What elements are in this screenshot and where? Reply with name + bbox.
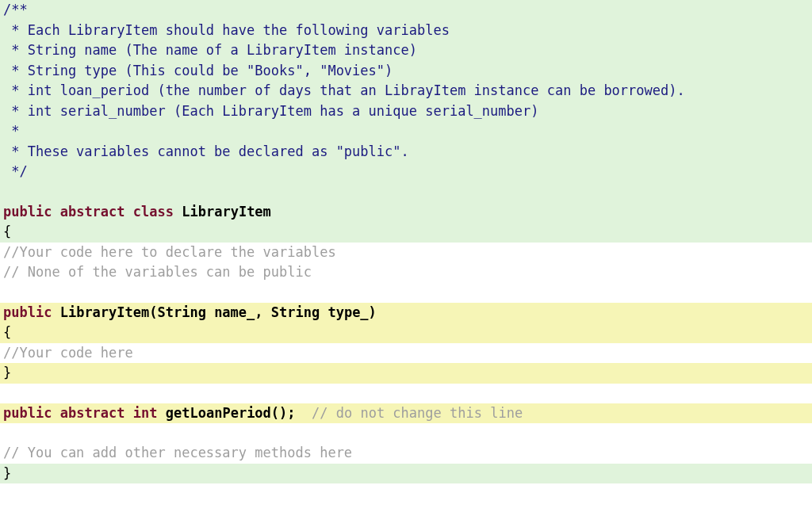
brace-text: }: [3, 365, 11, 380]
brace-close: }: [0, 363, 812, 384]
keyword-public: public: [3, 405, 52, 421]
keyword-abstract: abstract: [60, 405, 125, 421]
blank-line: [0, 423, 812, 443]
comment-line: //Your code here to declare the variable…: [0, 243, 812, 263]
comment-line: //Your code here: [0, 343, 812, 364]
javadoc-line: * Each LibraryItem should have the follo…: [0, 21, 812, 41]
keyword-class: class: [133, 204, 174, 220]
method-name: getLoanPeriod();: [166, 405, 312, 421]
javadoc-text: */: [3, 163, 28, 179]
javadoc-text: /**: [3, 2, 28, 17]
brace-open: {: [0, 323, 812, 343]
comment-line: // None of the variables can be public: [0, 262, 812, 283]
brace-close: }: [0, 464, 812, 484]
comment-text: // You can add other necessary methods h…: [3, 445, 352, 460]
javadoc-text: * int serial_number (Each LibraryItem ha…: [3, 103, 539, 119]
javadoc-text: * These variables cannot be declared as …: [3, 143, 409, 159]
javadoc-line: * int serial_number (Each LibraryItem ha…: [0, 101, 812, 122]
blank-line: [0, 384, 812, 403]
constructor-signature: public LibraryItem(String name_, String …: [0, 303, 812, 323]
javadoc-line: * String type (This could be "Books", "M…: [0, 61, 812, 82]
javadoc-text: * Each LibraryItem should have the follo…: [3, 22, 450, 38]
javadoc-line: /**: [0, 0, 812, 21]
javadoc-text: * String name (The name of a LibraryItem…: [3, 42, 417, 58]
comment-text: //Your code here to declare the variable…: [3, 244, 336, 260]
javadoc-text: *: [3, 123, 19, 139]
blank-line: [0, 182, 812, 202]
javadoc-line: * String name (The name of a LibraryItem…: [0, 40, 812, 61]
comment-line: // You can add other necessary methods h…: [0, 443, 812, 464]
comment-text: //Your code here: [3, 345, 133, 361]
constructor-name: LibraryItem(String name_, String type_): [60, 304, 377, 320]
comment-text: // None of the variables can be public: [3, 264, 312, 280]
brace-text: {: [3, 224, 11, 239]
javadoc-text: * String type (This could be "Books", "M…: [3, 63, 393, 78]
abstract-method: public abstract int getLoanPeriod(); // …: [0, 403, 812, 424]
blank-line: [0, 283, 812, 303]
javadoc-line: * These variables cannot be declared as …: [0, 142, 812, 162]
javadoc-line: * int loan_period (the number of days th…: [0, 81, 812, 101]
brace-text: }: [3, 465, 11, 481]
brace-text: {: [3, 324, 11, 340]
keyword-public: public: [3, 304, 52, 320]
trailing-comment: // do not change this line: [312, 405, 523, 421]
javadoc-text: * int loan_period (the number of days th…: [3, 82, 685, 98]
class-name: LibraryItem: [182, 204, 271, 220]
javadoc-line: */: [0, 162, 812, 182]
javadoc-line: *: [0, 121, 812, 142]
keyword-int: int: [133, 405, 158, 421]
brace-open: {: [0, 222, 812, 243]
keyword-abstract: abstract: [60, 204, 125, 220]
code-viewer: /** * Each LibraryItem should have the f…: [0, 0, 812, 512]
keyword-public: public: [3, 204, 52, 220]
class-declaration: public abstract class LibraryItem: [0, 202, 812, 223]
